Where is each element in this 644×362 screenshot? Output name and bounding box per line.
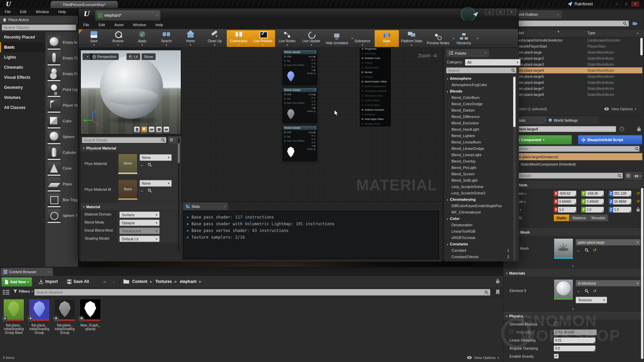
- content-browser-tab[interactable]: Content Browser×: [1, 268, 53, 276]
- material-output-pin[interactable]: Normal: [360, 70, 390, 74]
- outliner-row[interactable]: LandscapeGizmoActiveActor LandscapeGizmo…: [503, 37, 642, 43]
- menu-item[interactable]: Help: [151, 20, 168, 29]
- property-matrix-icon[interactable]: [625, 172, 632, 180]
- lock-icon[interactable]: [637, 126, 641, 131]
- toolbar-button[interactable]: Hierarchy ▾: [452, 30, 476, 47]
- location-x[interactable]: X-820.62: [554, 191, 576, 196]
- material-output-pin[interactable]: Shading Model: [360, 121, 390, 126]
- material-output-pin[interactable]: Subsurface Color: [360, 93, 390, 98]
- placeable-item[interactable]: Cylinder: [45, 145, 78, 161]
- reset-icon[interactable]: ↺: [593, 289, 596, 293]
- placeable-item[interactable]: Empty Paw: [45, 66, 78, 82]
- palette-item[interactable]: Chromakeying: [444, 196, 517, 203]
- palette-item[interactable]: Blend_HardLight: [444, 126, 517, 133]
- level-tab[interactable]: ThirdPersonExampleMap*: [50, 1, 118, 8]
- palette-item[interactable]: Constants: [444, 241, 517, 247]
- breadcrumb-item[interactable]: Content▶: [132, 279, 152, 284]
- transform-section-header[interactable]: ▾Transform: [503, 181, 644, 189]
- menu-item[interactable]: Edit: [94, 20, 110, 29]
- asset-item[interactable]: ✱ flat-plane_ initialShading Group Base: [1, 299, 26, 335]
- preview-cube-button[interactable]: [156, 126, 162, 132]
- material-property-dropdown[interactable]: Opaque▾: [119, 220, 160, 226]
- palette-item[interactable]: Blend_LinearDodge: [444, 145, 517, 152]
- rotation-x[interactable]: X0.68460: [554, 199, 576, 204]
- material-output-pin[interactable]: Refraction: [360, 112, 390, 117]
- maximize-button[interactable]: □: [622, 1, 630, 7]
- material-output-pin[interactable]: Roughness: [360, 48, 390, 51]
- close-icon[interactable]: ×: [223, 204, 225, 208]
- toolbar-button[interactable]: Stats ▾: [375, 30, 399, 47]
- mobility-option[interactable]: Stationa: [570, 215, 589, 221]
- preview-plane-button[interactable]: [149, 126, 155, 132]
- texture-sample-node[interactable]: Texture Sample▴ UVs Tex Apply View MipBi…: [283, 87, 317, 123]
- reset-icon[interactable]: ↺: [636, 191, 640, 196]
- location-y[interactable]: Y-169.35: [581, 191, 604, 196]
- material-section-header[interactable]: ▾Material: [80, 203, 181, 210]
- placeable-item[interactable]: Sphere Tri: [45, 208, 78, 224]
- mobility-option[interactable]: Static: [554, 215, 570, 221]
- preview-cylinder-button[interactable]: [134, 126, 140, 132]
- output-pin[interactable]: R: [302, 134, 316, 137]
- texture-sample-node[interactable]: Texture Sample▴ UVs Tex Apply View MipBi…: [283, 125, 317, 161]
- menu-item[interactable]: Help: [54, 8, 71, 16]
- outliner-row[interactable]: NetworkPlayerStart PlayerStart: [503, 43, 642, 49]
- material-output-pin[interactable]: World Displacement: [360, 84, 390, 88]
- sort-ascending-icon[interactable]: ▲: [557, 30, 560, 33]
- details-scrollbar[interactable]: [178, 143, 180, 163]
- palette-item[interactable]: Blend_Difference: [444, 114, 517, 120]
- category-item[interactable]: Visual Effects: [0, 72, 45, 82]
- enable-gravity-checkbox[interactable]: ✓: [554, 354, 559, 359]
- placeable-item[interactable]: Empty Acto: [45, 35, 78, 51]
- place-actors-tab[interactable]: Place Actors ×: [0, 16, 84, 23]
- output-pin[interactable]: G: [302, 100, 316, 103]
- mobility-option[interactable]: Movable: [589, 215, 608, 221]
- stats-tab[interactable]: Stats×: [183, 202, 228, 210]
- placeable-item[interactable]: Cube: [45, 114, 78, 129]
- palette-item[interactable]: Atmosphere: [444, 75, 517, 82]
- output-pin[interactable]: RGBA: [302, 72, 316, 75]
- palette-item[interactable]: Lerp_ScratchGrime: [444, 184, 517, 190]
- toolbar-button[interactable]: Save ▾: [82, 30, 106, 47]
- static-mesh-dropdown[interactable]: palm-plant-large▾: [576, 239, 641, 246]
- placeable-item[interactable]: Box Trigge: [45, 192, 78, 208]
- toolbar-button[interactable]: Live Preview ▾: [251, 30, 275, 47]
- material-output-pin[interactable]: Pixel Depth Offset: [360, 117, 390, 121]
- material-output-pin[interactable]: World Position Offset: [360, 79, 390, 84]
- outliner-view-options[interactable]: View Options▾: [604, 107, 636, 111]
- category-item[interactable]: Volumes: [0, 93, 45, 103]
- rotation-z[interactable]: Z15.8858: [609, 199, 631, 204]
- outliner-row[interactable]: palm-plant-large3 StaticMeshActor: [503, 61, 642, 67]
- palette-item[interactable]: Blend_SoftLight: [444, 177, 517, 184]
- scale-y[interactable]: Y1.0: [581, 207, 604, 213]
- material-output-pin[interactable]: Tessellation Multiplier: [360, 88, 390, 93]
- palette-item[interactable]: Blend_Overlay: [444, 158, 517, 165]
- close-icon[interactable]: ×: [484, 51, 486, 55]
- close-icon[interactable]: ×: [557, 13, 559, 16]
- menu-item[interactable]: File: [0, 8, 15, 16]
- phys-material-dropdown[interactable]: None▾: [140, 154, 172, 161]
- material-thumbnail[interactable]: [554, 279, 573, 300]
- output-pin[interactable]: G: [302, 62, 316, 65]
- scale-z[interactable]: Z1.0: [609, 207, 631, 213]
- material-output-pin[interactable]: Opacity Mask: [360, 65, 390, 70]
- expand-chevron-icon[interactable]: ▾: [503, 264, 642, 268]
- placeable-item[interactable]: Cone: [45, 161, 78, 177]
- saved-filter-icon[interactable]: [496, 290, 500, 295]
- scale-x[interactable]: X1.0: [554, 207, 576, 213]
- category-item[interactable]: All Classes: [0, 103, 45, 113]
- palette-item[interactable]: Blends: [444, 88, 517, 95]
- texture-sample-node[interactable]: Texture Sample▴ UVs Tex Apply View MipBi…: [283, 50, 317, 85]
- material-output-pin[interactable]: Custom Data1: [360, 103, 390, 107]
- lock-icon[interactable]: [636, 207, 640, 212]
- palette-item[interactable]: Blend_PinLight: [444, 165, 517, 171]
- physics-section-header[interactable]: ▾Physics: [503, 312, 644, 320]
- outliner-row[interactable]: palm-plant-large2 StaticMeshActor: [503, 55, 642, 61]
- location-z[interactable]: Z251.128: [609, 191, 631, 196]
- toolbar-button[interactable]: Connectors ▾: [227, 30, 251, 47]
- toolbar-button[interactable]: Platform Stats ▾: [399, 30, 425, 47]
- perspective-button[interactable]: Perspective: [90, 53, 119, 60]
- help-circle-icon[interactable]: ?: [620, 127, 624, 131]
- menu-item[interactable]: Edit: [15, 8, 31, 16]
- output-pin[interactable]: R: [302, 96, 316, 100]
- output-pin[interactable]: RGB: [302, 55, 316, 58]
